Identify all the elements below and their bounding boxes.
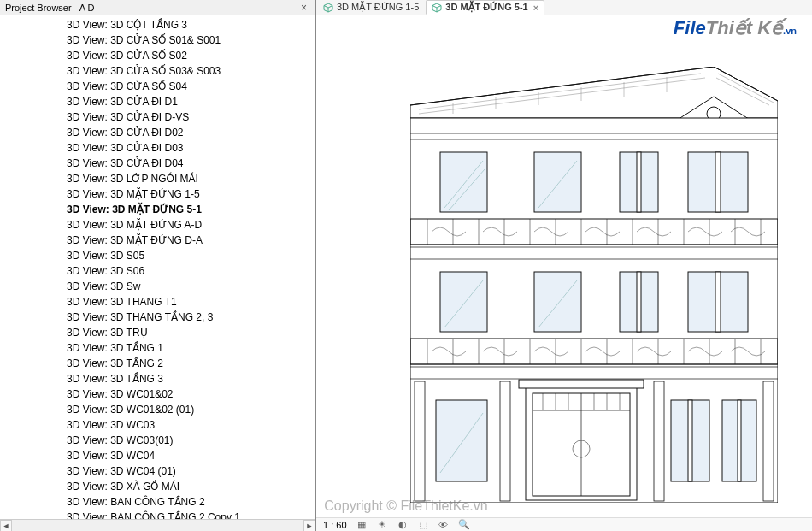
tree-item[interactable]: 3D View: 3D S06: [0, 263, 315, 279]
tree-item[interactable]: 3D View: 3D CỬA ĐI D1: [0, 94, 315, 109]
tree-item[interactable]: 3D View: 3D WC01&02 (01): [0, 402, 315, 417]
tab-label: 3D MẶT ĐỨNG 5-1: [445, 2, 527, 13]
view-tab[interactable]: 3D MẶT ĐỨNG 1-5: [318, 0, 424, 15]
close-icon[interactable]: ×: [297, 2, 310, 14]
building-elevation: [410, 67, 778, 503]
svg-rect-52: [715, 272, 721, 332]
tab-label: 3D MẶT ĐỨNG 1-5: [337, 2, 419, 13]
logo-text-1: File: [674, 17, 706, 38]
horizontal-scrollbar[interactable]: ◄ ►: [0, 519, 315, 531]
view-tab[interactable]: 3D MẶT ĐỨNG 5-1×: [426, 0, 544, 15]
show-hidden-icon[interactable]: 👁: [438, 519, 450, 531]
logo-text-2: Thiết Kế: [706, 17, 783, 38]
tree-item[interactable]: 3D View: 3D MẶT ĐỨNG D-A: [0, 233, 315, 248]
view-tabs: 3D MẶT ĐỨNG 1-53D MẶT ĐỨNG 5-1×: [316, 0, 812, 15]
svg-rect-92: [738, 400, 741, 481]
svg-rect-47: [534, 272, 581, 332]
tree-item[interactable]: 3D View: 3D CỬA ĐI D-VS: [0, 109, 315, 125]
tree-item[interactable]: 3D View: 3D TẦNG 2: [0, 356, 315, 371]
tree-item[interactable]: 3D View: 3D CỬA ĐI D03: [0, 140, 315, 156]
tree-item[interactable]: 3D View: 3D MẶT ĐỨNG 5-1: [0, 202, 315, 217]
scale-label[interactable]: 1 : 60: [323, 520, 347, 530]
cube-icon: [323, 3, 333, 13]
tree-item[interactable]: 3D View: 3D WC03(01): [0, 433, 315, 448]
tree-item[interactable]: 3D View: 3D MẶT ĐỨNG 1-5: [0, 186, 315, 202]
tree-item[interactable]: 3D View: 3D CỬA SỐ S03& S003: [0, 63, 315, 79]
tree-item[interactable]: 3D View: 3D S05: [0, 248, 315, 263]
tree-item[interactable]: 3D View: 3D XÀ GỒ MÁI: [0, 479, 315, 494]
main-entrance: [519, 380, 644, 500]
graphic-display-icon[interactable]: ▦: [356, 519, 368, 531]
tree-item[interactable]: 3D View: 3D TRỤ: [0, 325, 315, 340]
svg-rect-50: [637, 272, 641, 332]
project-browser-panel: Project Browser - A D × 3D View: 3D CỘT …: [0, 0, 316, 531]
tree-item[interactable]: 3D View: 3D THANG TẦNG 2, 3: [0, 310, 315, 325]
cube-icon: [432, 3, 442, 13]
view-control-bar: 1 : 60 ▦ ☀ ◐ ⬚ 👁 🔍: [316, 517, 812, 531]
svg-rect-78: [519, 380, 644, 388]
svg-rect-72: [500, 381, 510, 501]
scroll-left-icon[interactable]: ◄: [0, 520, 12, 532]
tree-item[interactable]: 3D View: 3D THANG T1: [0, 294, 315, 310]
project-tree[interactable]: 3D View: 3D CỘT TẦNG 33D View: 3D CỬA SỐ…: [0, 15, 315, 519]
logo-ext: .vn: [783, 26, 797, 36]
svg-rect-26: [715, 152, 721, 212]
scroll-right-icon[interactable]: ►: [303, 520, 315, 532]
svg-rect-71: [415, 381, 425, 501]
tree-item[interactable]: 3D View: 3D TẦNG 3: [0, 371, 315, 386]
tree-item[interactable]: 3D View: 3D CỬA SỐ S02: [0, 48, 315, 63]
crop-icon[interactable]: ⬚: [417, 519, 429, 531]
svg-rect-21: [534, 152, 581, 212]
tree-item[interactable]: 3D View: 3D WC01&02: [0, 386, 315, 402]
svg-rect-75: [436, 400, 487, 481]
tree-item[interactable]: 3D View: 3D WC03: [0, 417, 315, 433]
tree-item[interactable]: 3D View: 3D CỬA ĐI D04: [0, 156, 315, 171]
tree-item[interactable]: 3D View: 3D CỬA ĐI D02: [0, 125, 315, 140]
tree-item[interactable]: 3D View: 3D TẦNG 1: [0, 340, 315, 356]
sun-path-icon[interactable]: ☀: [376, 519, 388, 531]
reveal-icon[interactable]: 🔍: [458, 519, 470, 531]
svg-rect-24: [637, 152, 641, 212]
tree-item[interactable]: 3D View: 3D CỬA SỐ S04: [0, 79, 315, 94]
sidebar-title: Project Browser - A D: [5, 3, 95, 13]
tree-item[interactable]: 3D View: 3D LỚP NGÓI MÁI: [0, 171, 315, 186]
tree-item[interactable]: 3D View: 3D CỬA SỐ S01& S001: [0, 32, 315, 48]
watermark-logo: FileThiết Kế.vn: [674, 17, 797, 39]
svg-rect-90: [688, 400, 692, 481]
tree-item[interactable]: 3D View: BAN CÔNG TẦNG 2 Copy 1: [0, 510, 315, 519]
sidebar-header: Project Browser - A D ×: [0, 0, 315, 15]
main-area: 3D MẶT ĐỨNG 1-53D MẶT ĐỨNG 5-1×: [316, 0, 812, 531]
tree-item[interactable]: 3D View: 3D WC04: [0, 448, 315, 463]
tree-item[interactable]: 3D View: 3D CỘT TẦNG 3: [0, 17, 315, 32]
tree-item[interactable]: 3D View: 3D WC04 (01): [0, 463, 315, 479]
tree-item[interactable]: 3D View: BAN CÔNG TẦNG 2: [0, 494, 315, 510]
svg-rect-45: [440, 272, 487, 332]
viewport[interactable]: FileThiết Kế.vn 1 : 60 ▦ ☀ ◐ ⬚ 👁 🔍: [316, 15, 812, 531]
tab-close-icon[interactable]: ×: [532, 3, 538, 13]
shadows-icon[interactable]: ◐: [397, 519, 409, 531]
svg-rect-74: [763, 381, 774, 501]
tree-item[interactable]: 3D View: 3D MẶT ĐỨNG A-D: [0, 217, 315, 233]
tree-item[interactable]: 3D View: 3D Sw: [0, 279, 315, 294]
svg-rect-18: [440, 152, 487, 212]
svg-rect-73: [654, 381, 664, 501]
scroll-track[interactable]: [12, 520, 303, 532]
